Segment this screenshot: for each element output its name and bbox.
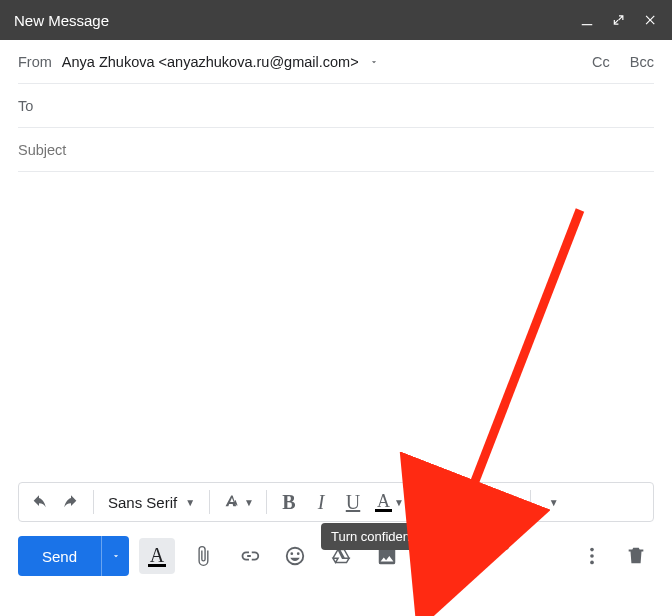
from-value[interactable]: Anya Zhukova <anyazhukova.ru@gmail.com>	[62, 54, 359, 70]
from-row: From Anya Zhukova <anyazhukova.ru@gmail.…	[18, 40, 654, 84]
chevron-down-icon: ▼	[185, 497, 195, 508]
chevron-down-icon: ▼	[451, 497, 461, 508]
underline-button[interactable]: U	[339, 487, 367, 517]
cc-link[interactable]: Cc	[592, 54, 610, 70]
undo-icon[interactable]	[25, 487, 53, 517]
separator	[473, 490, 474, 514]
list-button[interactable]: ▼	[482, 487, 522, 517]
link-icon[interactable]	[231, 538, 267, 574]
text-color-button[interactable]: A▼	[371, 487, 408, 517]
minimize-icon[interactable]	[580, 13, 594, 27]
svg-point-3	[590, 561, 594, 565]
svg-point-1	[590, 548, 594, 552]
bold-button[interactable]: B	[275, 487, 303, 517]
close-icon[interactable]	[644, 13, 658, 27]
compose-body[interactable]	[18, 180, 654, 474]
font-name-label: Sans Serif	[108, 494, 177, 511]
subject-row[interactable]	[18, 128, 654, 172]
from-dropdown-icon[interactable]	[369, 54, 379, 70]
chevron-down-icon: ▼	[508, 497, 518, 508]
bcc-link[interactable]: Bcc	[630, 54, 654, 70]
expand-icon[interactable]	[612, 13, 626, 27]
send-button[interactable]: Send	[18, 536, 101, 576]
discard-icon[interactable]	[618, 538, 654, 574]
subject-input[interactable]	[18, 142, 654, 158]
attach-icon[interactable]	[185, 538, 221, 574]
font-size-icon[interactable]: ▼	[218, 487, 258, 517]
more-formatting-icon[interactable]: ▼	[539, 487, 567, 517]
to-input[interactable]	[43, 98, 654, 114]
right-action-group	[574, 538, 654, 574]
to-label: To	[18, 98, 33, 114]
titlebar-controls	[580, 13, 658, 27]
send-group: Send	[18, 536, 129, 576]
chevron-down-icon: ▼	[394, 497, 404, 508]
compose-fields: From Anya Zhukova <anyazhukova.ru@gmail.…	[0, 40, 672, 172]
formatting-toolbar: Sans Serif ▼ ▼ B I U A▼ ▼ ▼ ▼	[18, 482, 654, 522]
chevron-down-icon: ▼	[244, 497, 254, 508]
tooltip-confidential: Turn confidential mode on/off	[321, 523, 509, 550]
from-label: From	[18, 54, 52, 70]
more-options-icon[interactable]	[574, 538, 610, 574]
svg-rect-0	[582, 24, 593, 25]
compose-titlebar: New Message	[0, 0, 672, 40]
svg-point-2	[590, 554, 594, 558]
font-select[interactable]: Sans Serif ▼	[102, 487, 201, 517]
redo-icon[interactable]	[57, 487, 85, 517]
compose-title: New Message	[14, 12, 580, 29]
separator	[266, 490, 267, 514]
text-format-toggle[interactable]: A	[139, 538, 175, 574]
align-button[interactable]: ▼	[425, 487, 465, 517]
separator	[530, 490, 531, 514]
to-row[interactable]: To	[18, 84, 654, 128]
italic-button[interactable]: I	[307, 487, 335, 517]
separator	[93, 490, 94, 514]
send-more-button[interactable]	[101, 536, 129, 576]
compose-body-area	[0, 172, 672, 482]
separator	[416, 490, 417, 514]
separator	[209, 490, 210, 514]
emoji-icon[interactable]	[277, 538, 313, 574]
